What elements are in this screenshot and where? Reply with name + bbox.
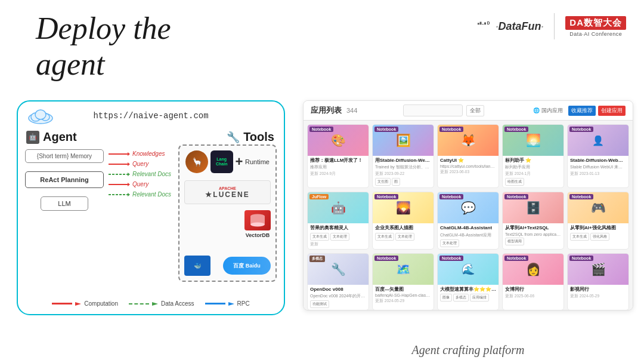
card-12-title: 百度—矢量图	[375, 287, 431, 293]
platform-filter[interactable]: 全部	[466, 105, 484, 116]
card-13-tag3: 应用编排	[470, 294, 489, 302]
card-9-img: Notebook 🗄️	[503, 192, 564, 223]
card-14[interactable]: Notebook 👩 女博同行 更新 2025-06-06	[502, 253, 564, 310]
card-3-title: CattyUI ⭐	[440, 158, 496, 164]
card-2-meta: 更新 2023-09-22	[375, 171, 431, 177]
card-4-meta: 更新 2024-1月	[505, 171, 561, 177]
card-5-sub: Stable Diffusion WebUI 来自、针对搜索要...	[570, 164, 626, 170]
docker-icon: 🐳	[184, 256, 210, 276]
card-8-tag1: 文本处理	[440, 239, 459, 247]
card-3-sub: https://cattyui.com/tools/landing/auth-l…	[440, 164, 496, 168]
card-2-tag: Notebook	[374, 127, 398, 132]
card-10[interactable]: Notebook 🎮 从零到AI+强化风格图 文本生成 强化风格	[567, 192, 629, 249]
baidu-icon: 百度 Baidu	[223, 257, 271, 275]
svg-marker-15	[128, 162, 130, 166]
vectordb-label: VectorDB	[246, 232, 270, 238]
svg-point-11	[250, 223, 265, 227]
rel-docs1-row: Relevant Docs	[107, 171, 185, 177]
card-7[interactable]: Notebook 🌄 企业关系图人描图 文本生成 文本处理	[372, 192, 434, 249]
card-13-tag: Notebook	[439, 256, 463, 261]
tab-location[interactable]: 🌐 国内应用	[530, 106, 566, 116]
card-2-img: Notebook 🖼️	[373, 125, 434, 156]
platform-count: 344	[346, 107, 357, 114]
wrench-icon: 🔧	[227, 131, 240, 144]
platform-caption: Agent crafting platform	[303, 343, 633, 357]
card-2[interactable]: Notebook 🖼️ 用Stable-Diffusion-WebUI-公开版 …	[372, 124, 434, 188]
tools-label: 🔧 Tools	[227, 130, 274, 144]
platform-controls: 全部	[403, 104, 484, 116]
lucene-box: APACHE ★LUCENE	[184, 180, 271, 204]
computation-line	[52, 303, 72, 304]
card-10-tag2: 强化风格	[590, 233, 609, 241]
svg-marker-21	[128, 193, 130, 196]
card-1-img: Notebook 🎨	[308, 125, 369, 156]
datafun-text: ·DataFun·	[496, 20, 544, 33]
card-12[interactable]: Notebook 🗺️ 百度—矢量图 baifengAI-SG-HapGen-c…	[372, 253, 434, 310]
knowledges-row: Knowledges	[107, 150, 185, 157]
diagram-url: https://naive-agent.com	[93, 110, 208, 121]
card-9-sub: Text2SQL from zero application	[505, 232, 561, 236]
platform-tab-row: 🌐 国内应用 收藏推荐 创建应用	[530, 106, 626, 116]
card-1-tag: Notebook	[309, 127, 333, 132]
legend-bar: Computation Data Access RPC	[26, 300, 275, 307]
cards-grid-row2: JuFlow 🤖 苦果的奥客精灵人 文本生成 文本处理 更新 Notebook …	[304, 192, 633, 253]
card-5-meta: 更新 2023-01-13	[570, 171, 626, 177]
card-3[interactable]: Notebook 🦊 CattyUI ⭐ https://cattyui.com…	[437, 124, 499, 188]
platform-title: 应用列表	[311, 105, 342, 116]
card-5[interactable]: Notebook 👤 Stable-Diffusion-WebUI-light …	[567, 124, 629, 188]
create-app-btn[interactable]: 创建应用	[598, 106, 626, 116]
card-15-tag: Notebook	[569, 256, 593, 261]
vectordb-cylinder	[244, 210, 271, 230]
card-12-sub: baifengAI-SG-HapGen-class-2.0.20230701	[375, 293, 431, 297]
card-5-title: Stable-Diffusion-WebUI-light ⭐	[570, 158, 626, 164]
card-4[interactable]: Notebook 🌅 标列助手 ⭐ 标列助手应用 更新 2024-1月 绘图生成	[502, 124, 564, 188]
cloud-icon	[27, 107, 54, 127]
card-10-tag: Notebook	[569, 194, 593, 199]
card-14-title: 女博同行	[505, 287, 561, 293]
card-9-tag1: 模型调用	[505, 238, 524, 245]
agent-diagram-box: https://naive-agent.com 🤖 Agent 🔧 Tools …	[17, 100, 285, 315]
tools-bottom-row: 🐳 百度 Baidu	[184, 256, 271, 276]
card-15[interactable]: Notebook 🎬 影视同行 更新 2024-05-29	[567, 253, 629, 310]
card-5-img: Notebook 👤	[568, 125, 628, 156]
card-7-tag: Notebook	[374, 194, 398, 199]
tab-recommend[interactable]: 收藏推荐	[568, 106, 596, 116]
legend-rpc: RPC	[205, 300, 250, 307]
card-14-img: Notebook 👩	[503, 254, 564, 285]
logo-area: D ·DataFun· DA数智大会 Data·AI Conference	[477, 13, 626, 39]
card-13[interactable]: Notebook 🌊 大模型速算算丰⭐⭐⭐⭐⭐ 图像 多模态 应用编排	[437, 253, 499, 310]
card-4-tag1: 绘图生成	[505, 178, 524, 186]
card-8-img: Notebook 💬	[438, 192, 499, 223]
svg-marker-19	[128, 183, 130, 186]
card-12-img: Notebook 🗺️	[373, 254, 434, 285]
card-13-img: Notebook 🌊	[438, 254, 499, 285]
da-badge: DA数智大会	[565, 16, 626, 30]
card-1[interactable]: Notebook 🎨 推荐：极速LLM开发了！ 推荐应用 更新 2024-9月	[307, 124, 369, 188]
card-9[interactable]: Notebook 🗄️ 从零到AI+Text2SQL Text2SQL from…	[502, 192, 564, 249]
card-7-title: 企业关系图人描图	[375, 225, 431, 231]
svg-rect-2	[482, 24, 484, 24]
card-1-sub: 推荐应用	[310, 164, 366, 170]
tools-dashed-box: 🦙 LangChain + Runtime APACHE ★LUCENE Vec…	[178, 144, 277, 282]
card-2-title: 用Stable-Diffusion-WebUI-公开版	[375, 158, 431, 164]
card-8[interactable]: Notebook 💬 ChatGLM-4B-Assistant ChatGLM-…	[437, 192, 499, 249]
card-1-title: 推荐：极速LLM开发了！	[310, 158, 366, 164]
svg-marker-17	[128, 173, 130, 176]
svg-rect-0	[477, 23, 479, 24]
react-box: ReAct Planning	[25, 171, 104, 188]
card-11-img: 多模态 🔧	[308, 254, 369, 285]
svg-marker-13	[128, 152, 130, 156]
card-10-tag1: 文本生成	[570, 233, 589, 241]
card-14-tag: Notebook	[504, 256, 528, 261]
memory-box: {Short term} Memory	[25, 149, 104, 163]
svg-rect-1	[479, 22, 481, 25]
robot-icon: 🤖	[26, 131, 39, 144]
llama-icon: 🦙	[185, 150, 208, 173]
platform-search-box[interactable]	[403, 104, 463, 116]
card-11[interactable]: 多模态 🔧 OpenDoc v008 OpenDoc v008 2024年的开发…	[307, 253, 369, 310]
langchain-icon: LangChain	[210, 150, 233, 173]
card-13-tag1: 图像	[440, 294, 452, 302]
card-6[interactable]: JuFlow 🤖 苦果的奥客精灵人 文本生成 文本处理 更新	[307, 192, 369, 249]
card-11-tag1: 功能测试	[310, 300, 329, 308]
card-10-img: Notebook 🎮	[568, 192, 628, 223]
